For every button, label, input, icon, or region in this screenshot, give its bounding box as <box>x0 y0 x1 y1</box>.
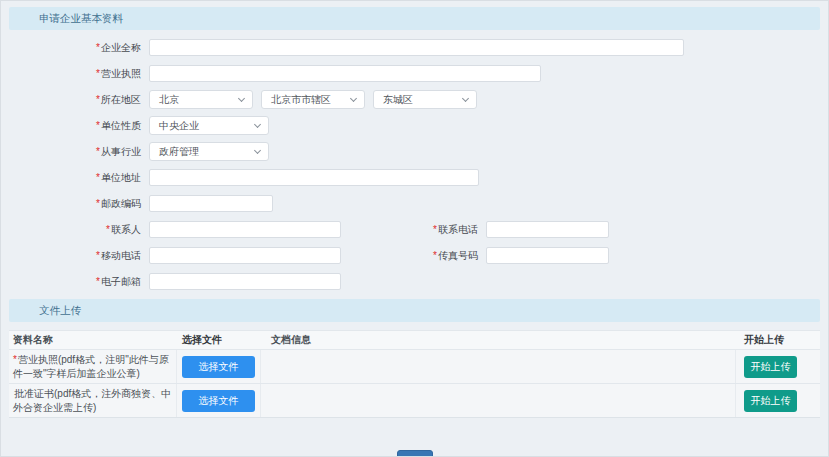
file-upload-section-title: 文件上传 <box>39 304 81 318</box>
industry-select[interactable]: 政府管理 <box>149 142 269 161</box>
business-license-label: *营业执照 <box>9 67 141 81</box>
mobile-phone-label: *移动电话 <box>9 249 141 263</box>
header-choose-file: 选择文件 <box>177 331 261 349</box>
required-asterisk: * <box>96 146 100 157</box>
required-asterisk: * <box>433 250 437 261</box>
file-upload-section-header: 文件上传 <box>9 299 820 322</box>
save-button-row: 保存 <box>1 450 828 457</box>
business-license-input[interactable] <box>149 65 541 82</box>
address-input[interactable] <box>149 169 479 186</box>
required-asterisk: * <box>96 94 100 105</box>
doc-info-cell <box>261 350 736 383</box>
chevron-down-icon <box>462 95 469 102</box>
required-asterisk: * <box>96 276 100 287</box>
district-select[interactable]: 东城区 <box>373 90 477 109</box>
region-selects: 北京 北京市市辖区 东城区 <box>149 90 477 109</box>
required-asterisk: * <box>96 198 100 209</box>
mobile-phone-input[interactable] <box>149 247 341 264</box>
org-type-label: *单位性质 <box>9 119 141 133</box>
header-doc-name: 资料名称 <box>9 331 177 349</box>
doc-name-cell: 批准证书(pdf格式，注外商独资、中外合资企业需上传) <box>9 384 177 417</box>
doc-info-cell <box>261 384 736 417</box>
required-asterisk: * <box>106 224 110 235</box>
basic-info-section-title: 申请企业基本资料 <box>39 12 123 26</box>
required-asterisk: * <box>433 224 437 235</box>
address-row: *单位地址 <box>9 169 820 186</box>
table-row: *营业执照(pdf格式，注明"此件与原件一致"字样后加盖企业公章) 选择文件 开… <box>9 350 820 384</box>
region-row: *所在地区 北京 北京市市辖区 东城区 <box>9 91 820 108</box>
chevron-down-icon <box>350 95 357 102</box>
required-asterisk: * <box>96 120 100 131</box>
start-upload-button[interactable]: 开始上传 <box>744 356 797 378</box>
start-upload-cell: 开始上传 <box>736 350 820 383</box>
enterprise-application-page: 申请企业基本资料 *企业全称 *营业执照 *所在地区 北京 北京市市辖区 东城区… <box>0 0 829 457</box>
upload-table: 资料名称 选择文件 文档信息 开始上传 *营业执照(pdf格式，注明"此件与原件… <box>9 330 820 418</box>
choose-file-cell: 选择文件 <box>177 350 261 383</box>
business-license-row: *营业执照 <box>9 65 820 82</box>
required-asterisk: * <box>96 172 100 183</box>
choose-file-button[interactable]: 选择文件 <box>182 356 255 378</box>
table-row: 批准证书(pdf格式，注外商独资、中外合资企业需上传) 选择文件 开始上传 <box>9 384 820 417</box>
email-label: *电子邮箱 <box>9 275 141 289</box>
contact-phone-label: *联系电话 <box>341 223 478 237</box>
required-asterisk: * <box>13 354 17 365</box>
industry-row: *从事行业 政府管理 <box>9 143 820 160</box>
email-row: *电子邮箱 <box>9 273 820 290</box>
required-asterisk: * <box>96 42 100 53</box>
company-name-label: *企业全称 <box>9 41 141 55</box>
mobile-fax-row: *移动电话 *传真号码 <box>9 247 820 264</box>
required-asterisk: * <box>96 68 100 79</box>
fax-label: *传真号码 <box>341 249 478 263</box>
doc-name-cell: *营业执照(pdf格式，注明"此件与原件一致"字样后加盖企业公章) <box>9 350 177 383</box>
basic-info-section-header: 申请企业基本资料 <box>9 7 820 30</box>
fax-input[interactable] <box>486 247 609 264</box>
city-select[interactable]: 北京市市辖区 <box>261 90 365 109</box>
company-name-row: *企业全称 <box>9 39 820 56</box>
header-start-upload: 开始上传 <box>736 331 820 349</box>
region-label: *所在地区 <box>9 93 141 107</box>
org-type-row: *单位性质 中央企业 <box>9 117 820 134</box>
industry-label: *从事行业 <box>9 145 141 159</box>
email-input[interactable] <box>149 273 341 290</box>
basic-info-form: *企业全称 *营业执照 *所在地区 北京 北京市市辖区 东城区 *单位性质 中央… <box>1 30 828 290</box>
start-upload-cell: 开始上传 <box>736 384 820 417</box>
chevron-down-icon <box>254 147 261 154</box>
upload-table-header: 资料名称 选择文件 文档信息 开始上传 <box>9 331 820 350</box>
start-upload-button[interactable]: 开始上传 <box>744 390 797 412</box>
address-label: *单位地址 <box>9 171 141 185</box>
chevron-down-icon <box>238 95 245 102</box>
province-select[interactable]: 北京 <box>149 90 253 109</box>
org-type-select[interactable]: 中央企业 <box>149 116 269 135</box>
postal-code-row: *邮政编码 <box>9 195 820 212</box>
contact-row: *联系人 *联系电话 <box>9 221 820 238</box>
contact-phone-input[interactable] <box>486 221 609 238</box>
chevron-down-icon <box>254 121 261 128</box>
contact-person-input[interactable] <box>149 221 341 238</box>
choose-file-cell: 选择文件 <box>177 384 261 417</box>
save-button[interactable]: 保存 <box>397 450 433 457</box>
choose-file-button[interactable]: 选择文件 <box>182 390 255 412</box>
company-name-input[interactable] <box>149 39 684 56</box>
contact-person-label: *联系人 <box>9 223 141 237</box>
header-doc-info: 文档信息 <box>261 331 736 349</box>
postal-code-label: *邮政编码 <box>9 197 141 211</box>
postal-code-input[interactable] <box>149 195 273 212</box>
required-asterisk: * <box>96 250 100 261</box>
